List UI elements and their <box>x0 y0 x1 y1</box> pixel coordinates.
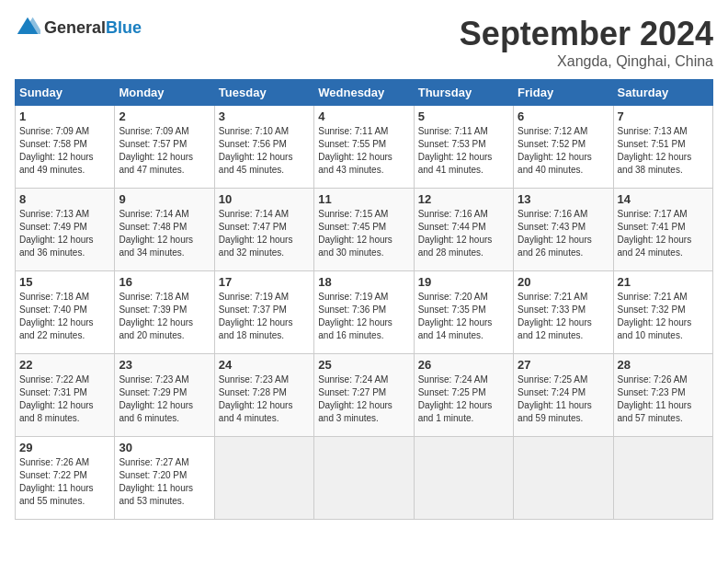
calendar-cell: 24Sunrise: 7:23 AM Sunset: 7:28 PM Dayli… <box>214 354 313 437</box>
calendar-cell: 1Sunrise: 7:09 AM Sunset: 7:58 PM Daylig… <box>16 106 115 189</box>
calendar-week-row: 22Sunrise: 7:22 AM Sunset: 7:31 PM Dayli… <box>16 354 713 437</box>
month-title: September 2024 <box>460 15 713 53</box>
day-info: Sunrise: 7:21 AM Sunset: 7:33 PM Dayligh… <box>518 291 609 342</box>
calendar-cell: 21Sunrise: 7:21 AM Sunset: 7:32 PM Dayli… <box>613 271 712 354</box>
day-number: 18 <box>318 275 409 289</box>
day-number: 30 <box>119 441 210 454</box>
calendar-cell <box>314 437 414 520</box>
calendar-cell: 18Sunrise: 7:19 AM Sunset: 7:36 PM Dayli… <box>314 271 414 354</box>
calendar-cell <box>214 437 313 520</box>
day-info: Sunrise: 7:17 AM Sunset: 7:41 PM Dayligh… <box>618 208 709 259</box>
day-info: Sunrise: 7:18 AM Sunset: 7:40 PM Dayligh… <box>19 291 110 342</box>
day-info: Sunrise: 7:14 AM Sunset: 7:48 PM Dayligh… <box>119 208 210 259</box>
day-number: 24 <box>219 358 310 372</box>
day-number: 6 <box>518 109 609 123</box>
day-number: 1 <box>19 109 110 123</box>
calendar-cell: 2Sunrise: 7:09 AM Sunset: 7:57 PM Daylig… <box>115 106 214 189</box>
calendar-cell <box>514 437 613 520</box>
day-number: 5 <box>418 109 509 123</box>
day-number: 13 <box>518 192 609 206</box>
calendar-cell: 26Sunrise: 7:24 AM Sunset: 7:25 PM Dayli… <box>414 354 513 437</box>
day-number: 3 <box>219 109 310 123</box>
calendar-cell: 25Sunrise: 7:24 AM Sunset: 7:27 PM Dayli… <box>314 354 414 437</box>
day-info: Sunrise: 7:15 AM Sunset: 7:45 PM Dayligh… <box>318 208 409 259</box>
calendar-cell: 15Sunrise: 7:18 AM Sunset: 7:40 PM Dayli… <box>16 271 115 354</box>
calendar-cell: 4Sunrise: 7:11 AM Sunset: 7:55 PM Daylig… <box>314 106 414 189</box>
logo-icon <box>15 15 40 40</box>
calendar-cell: 30Sunrise: 7:27 AM Sunset: 7:20 PM Dayli… <box>115 437 214 520</box>
calendar-cell: 10Sunrise: 7:14 AM Sunset: 7:47 PM Dayli… <box>214 189 313 271</box>
day-number: 10 <box>219 192 310 206</box>
calendar-cell: 23Sunrise: 7:23 AM Sunset: 7:29 PM Dayli… <box>115 354 214 437</box>
day-number: 25 <box>318 358 409 372</box>
day-info: Sunrise: 7:22 AM Sunset: 7:31 PM Dayligh… <box>19 373 110 425</box>
day-info: Sunrise: 7:20 AM Sunset: 7:35 PM Dayligh… <box>418 291 509 342</box>
day-info: Sunrise: 7:11 AM Sunset: 7:53 PM Dayligh… <box>418 125 509 177</box>
calendar-cell: 16Sunrise: 7:18 AM Sunset: 7:39 PM Dayli… <box>115 271 214 354</box>
weekday-header-row: SundayMondayTuesdayWednesdayThursdayFrid… <box>16 80 713 106</box>
day-info: Sunrise: 7:16 AM Sunset: 7:43 PM Dayligh… <box>518 208 609 259</box>
calendar-cell: 9Sunrise: 7:14 AM Sunset: 7:48 PM Daylig… <box>115 189 214 271</box>
calendar-cell: 19Sunrise: 7:20 AM Sunset: 7:35 PM Dayli… <box>414 271 513 354</box>
calendar-cell: 29Sunrise: 7:26 AM Sunset: 7:22 PM Dayli… <box>16 437 115 520</box>
weekday-header-monday: Monday <box>115 80 214 106</box>
day-number: 8 <box>19 192 110 206</box>
day-info: Sunrise: 7:09 AM Sunset: 7:58 PM Dayligh… <box>19 125 110 177</box>
day-info: Sunrise: 7:18 AM Sunset: 7:39 PM Dayligh… <box>119 291 210 342</box>
day-number: 20 <box>518 275 609 289</box>
calendar-cell: 11Sunrise: 7:15 AM Sunset: 7:45 PM Dayli… <box>314 189 414 271</box>
day-info: Sunrise: 7:23 AM Sunset: 7:28 PM Dayligh… <box>219 373 310 425</box>
day-number: 26 <box>418 358 509 372</box>
day-info: Sunrise: 7:26 AM Sunset: 7:23 PM Dayligh… <box>618 373 709 425</box>
calendar-cell: 8Sunrise: 7:13 AM Sunset: 7:49 PM Daylig… <box>16 189 115 271</box>
day-info: Sunrise: 7:24 AM Sunset: 7:25 PM Dayligh… <box>418 373 509 425</box>
day-info: Sunrise: 7:24 AM Sunset: 7:27 PM Dayligh… <box>318 373 409 425</box>
calendar-cell: 22Sunrise: 7:22 AM Sunset: 7:31 PM Dayli… <box>16 354 115 437</box>
calendar-cell: 12Sunrise: 7:16 AM Sunset: 7:44 PM Dayli… <box>414 189 513 271</box>
calendar-cell: 7Sunrise: 7:13 AM Sunset: 7:51 PM Daylig… <box>613 106 712 189</box>
day-number: 7 <box>618 109 709 123</box>
day-info: Sunrise: 7:12 AM Sunset: 7:52 PM Dayligh… <box>518 125 609 177</box>
page-header: GeneralBlue September 2024 Xangda, Qingh… <box>15 15 713 70</box>
calendar-cell: 17Sunrise: 7:19 AM Sunset: 7:37 PM Dayli… <box>214 271 313 354</box>
day-number: 19 <box>418 275 509 289</box>
day-number: 28 <box>618 358 709 372</box>
day-info: Sunrise: 7:13 AM Sunset: 7:51 PM Dayligh… <box>618 125 709 177</box>
calendar-cell: 14Sunrise: 7:17 AM Sunset: 7:41 PM Dayli… <box>613 189 712 271</box>
day-number: 23 <box>119 358 210 372</box>
location-title: Xangda, Qinghai, China <box>460 53 713 70</box>
day-number: 4 <box>318 109 409 123</box>
day-info: Sunrise: 7:10 AM Sunset: 7:56 PM Dayligh… <box>219 125 310 177</box>
day-number: 16 <box>119 275 210 289</box>
day-info: Sunrise: 7:11 AM Sunset: 7:55 PM Dayligh… <box>318 125 409 177</box>
calendar-cell <box>613 437 712 520</box>
calendar-cell: 27Sunrise: 7:25 AM Sunset: 7:24 PM Dayli… <box>514 354 613 437</box>
day-info: Sunrise: 7:14 AM Sunset: 7:47 PM Dayligh… <box>219 208 310 259</box>
day-number: 14 <box>618 192 709 206</box>
day-info: Sunrise: 7:09 AM Sunset: 7:57 PM Dayligh… <box>119 125 210 177</box>
logo-text-blue: Blue <box>106 18 142 37</box>
calendar-cell: 5Sunrise: 7:11 AM Sunset: 7:53 PM Daylig… <box>414 106 513 189</box>
calendar-cell: 13Sunrise: 7:16 AM Sunset: 7:43 PM Dayli… <box>514 189 613 271</box>
day-number: 22 <box>19 358 110 372</box>
day-number: 12 <box>418 192 509 206</box>
day-info: Sunrise: 7:16 AM Sunset: 7:44 PM Dayligh… <box>418 208 509 259</box>
day-info: Sunrise: 7:13 AM Sunset: 7:49 PM Dayligh… <box>19 208 110 259</box>
day-info: Sunrise: 7:26 AM Sunset: 7:22 PM Dayligh… <box>19 456 110 508</box>
calendar-cell: 6Sunrise: 7:12 AM Sunset: 7:52 PM Daylig… <box>514 106 613 189</box>
title-area: September 2024 Xangda, Qinghai, China <box>460 15 713 70</box>
day-number: 29 <box>19 441 110 454</box>
weekday-header-saturday: Saturday <box>613 80 712 106</box>
day-number: 17 <box>219 275 310 289</box>
calendar-week-row: 1Sunrise: 7:09 AM Sunset: 7:58 PM Daylig… <box>16 106 713 189</box>
day-number: 27 <box>518 358 609 372</box>
weekday-header-wednesday: Wednesday <box>314 80 414 106</box>
logo: GeneralBlue <box>15 15 142 40</box>
day-info: Sunrise: 7:23 AM Sunset: 7:29 PM Dayligh… <box>119 373 210 425</box>
day-number: 11 <box>318 192 409 206</box>
weekday-header-sunday: Sunday <box>16 80 115 106</box>
calendar-table: SundayMondayTuesdayWednesdayThursdayFrid… <box>15 79 713 520</box>
calendar-week-row: 29Sunrise: 7:26 AM Sunset: 7:22 PM Dayli… <box>16 437 713 520</box>
calendar-week-row: 8Sunrise: 7:13 AM Sunset: 7:49 PM Daylig… <box>16 189 713 271</box>
weekday-header-tuesday: Tuesday <box>214 80 313 106</box>
